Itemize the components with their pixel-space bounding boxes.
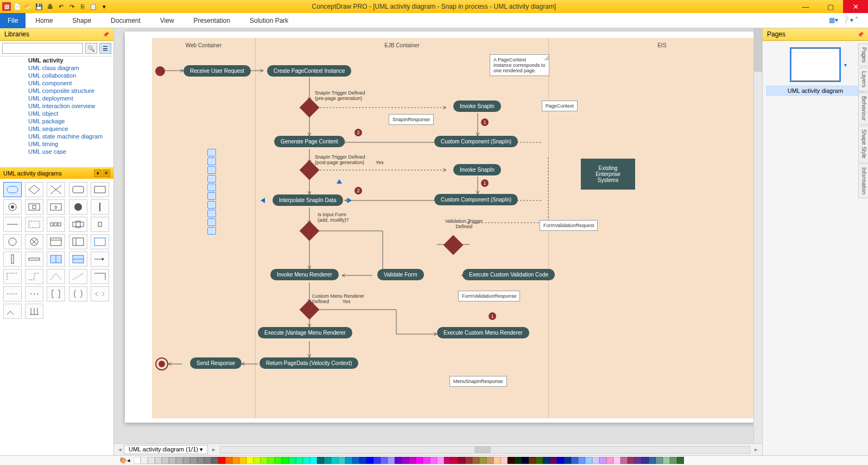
color-swatch[interactable] bbox=[289, 457, 296, 464]
color-swatch[interactable] bbox=[486, 457, 493, 464]
note[interactable]: MenuSnapInResponse bbox=[449, 376, 507, 387]
diagram-page[interactable]: Web Container EJB Container EIS bbox=[125, 32, 762, 423]
color-swatch[interactable] bbox=[472, 457, 479, 464]
activity-node[interactable]: Invoke Menu Renderer bbox=[270, 269, 339, 280]
initial-node[interactable] bbox=[155, 66, 165, 76]
note[interactable]: PageContext bbox=[542, 100, 578, 111]
library-tree[interactable]: UML activity UML class diagram UML colla… bbox=[0, 56, 113, 168]
shape-dots[interactable] bbox=[25, 286, 43, 301]
eis-box[interactable]: Existing Enterprise Systems bbox=[581, 159, 635, 190]
activity-node[interactable]: Invoke SnapIn bbox=[453, 164, 501, 175]
shape-node[interactable] bbox=[91, 217, 109, 232]
lib-menu-icon[interactable]: ▾ bbox=[94, 169, 102, 177]
color-swatch[interactable] bbox=[162, 457, 169, 464]
open-icon[interactable]: 📂 bbox=[24, 2, 33, 11]
sel-handle[interactable] bbox=[207, 184, 216, 191]
filter-button[interactable]: ☰ bbox=[99, 43, 111, 54]
shape-region[interactable] bbox=[25, 217, 43, 232]
color-swatch[interactable] bbox=[338, 457, 345, 464]
final-node[interactable] bbox=[155, 357, 168, 370]
activity-node[interactable]: Receive User Request bbox=[183, 65, 251, 77]
color-swatch[interactable] bbox=[148, 457, 155, 464]
color-swatch[interactable] bbox=[529, 457, 536, 464]
shape-decision[interactable] bbox=[25, 182, 43, 197]
activity-node[interactable]: Custom Component (SnapIn) bbox=[434, 194, 518, 205]
color-swatch[interactable] bbox=[239, 457, 246, 464]
ribbon-tab-presentation[interactable]: Presentation bbox=[184, 14, 240, 27]
color-swatch[interactable] bbox=[366, 457, 373, 464]
ribbon-tab-solution[interactable]: Solution Park bbox=[240, 14, 298, 27]
activity-node[interactable]: Create PageContext Instance bbox=[267, 65, 351, 77]
window-icon[interactable]: ▦▾ bbox=[829, 16, 838, 25]
shape-end[interactable] bbox=[25, 234, 43, 249]
side-tab-shape-style[interactable]: Shape Style bbox=[858, 125, 868, 162]
color-swatch[interactable] bbox=[479, 457, 486, 464]
sel-handle[interactable] bbox=[207, 227, 216, 235]
shape-bracket-c[interactable] bbox=[69, 286, 87, 301]
side-tab-information[interactable]: Information bbox=[858, 164, 868, 198]
color-picker-icon[interactable]: 🎨◂ bbox=[119, 457, 130, 464]
tree-item[interactable]: UML object bbox=[0, 110, 113, 117]
color-swatch[interactable] bbox=[656, 457, 663, 464]
horizontal-scrollbar[interactable] bbox=[220, 446, 750, 454]
color-swatch[interactable] bbox=[261, 457, 268, 464]
shape-arrow[interactable] bbox=[91, 252, 109, 267]
activity-node[interactable]: Custom Component (SnapIn) bbox=[434, 136, 518, 147]
shape-connector-1[interactable] bbox=[3, 269, 22, 284]
tree-item[interactable]: UML collaboration bbox=[0, 72, 113, 79]
color-swatch[interactable] bbox=[451, 457, 458, 464]
vertical-scrollbar[interactable] bbox=[753, 28, 762, 443]
shape-connector-4[interactable] bbox=[69, 269, 87, 284]
color-swatch[interactable] bbox=[620, 457, 628, 464]
copy-icon[interactable]: ⎘ bbox=[78, 2, 87, 11]
ribbon-tab-document[interactable]: Document bbox=[101, 14, 150, 27]
color-swatch[interactable] bbox=[606, 457, 613, 464]
help-icon[interactable]: ❔▾ bbox=[842, 16, 851, 25]
activity-node[interactable]: Return PageData (Velocity Context) bbox=[259, 357, 358, 369]
color-swatch[interactable] bbox=[232, 457, 239, 464]
color-swatch[interactable] bbox=[536, 457, 543, 464]
shape-swim-h[interactable] bbox=[69, 252, 87, 267]
sel-handle[interactable] bbox=[207, 149, 216, 156]
shape-final[interactable] bbox=[69, 199, 87, 215]
color-swatch[interactable] bbox=[381, 457, 388, 464]
shape-bar-v[interactable] bbox=[3, 252, 22, 267]
shape-connector-5[interactable] bbox=[91, 269, 109, 284]
color-swatch[interactable] bbox=[373, 457, 381, 464]
color-swatch[interactable] bbox=[324, 457, 331, 464]
shape-signal[interactable] bbox=[3, 304, 22, 319]
print-icon[interactable]: 🖶 bbox=[46, 2, 54, 11]
shape-receive[interactable] bbox=[25, 304, 43, 319]
color-swatch[interactable] bbox=[176, 457, 183, 464]
color-swatch[interactable] bbox=[677, 457, 684, 464]
color-swatch[interactable] bbox=[493, 457, 500, 464]
shape-datastore[interactable]: D bbox=[47, 199, 65, 215]
color-swatch[interactable] bbox=[402, 457, 409, 464]
tree-item[interactable]: UML class diagram bbox=[0, 64, 113, 72]
color-swatch[interactable] bbox=[430, 457, 437, 464]
color-swatch[interactable] bbox=[275, 457, 282, 464]
color-swatch[interactable] bbox=[444, 457, 451, 464]
search-button[interactable]: 🔍 bbox=[85, 43, 97, 54]
shape-object[interactable] bbox=[91, 182, 109, 197]
color-swatch[interactable] bbox=[416, 457, 423, 464]
shape-hline[interactable] bbox=[3, 286, 22, 301]
color-swatch[interactable] bbox=[331, 457, 338, 464]
selection-arrow-left-icon[interactable] bbox=[261, 198, 265, 203]
comment-note[interactable]: A PageContext instance corresponds to on… bbox=[490, 54, 549, 76]
activity-node[interactable]: Execute jVantage Menu Renderer bbox=[258, 327, 352, 338]
pin-icon[interactable]: 📌 bbox=[103, 32, 109, 37]
tree-item[interactable]: UML composite structure bbox=[0, 87, 113, 95]
side-tab-pages[interactable]: Pages bbox=[858, 43, 868, 66]
shape-merge[interactable] bbox=[47, 182, 65, 197]
note[interactable]: FormValidationRequest bbox=[540, 220, 598, 231]
sel-handle[interactable] bbox=[207, 218, 216, 226]
shape-swim-v[interactable] bbox=[47, 252, 65, 267]
color-swatch[interactable] bbox=[395, 457, 402, 464]
color-swatch[interactable] bbox=[564, 457, 571, 464]
activity-node[interactable]: Send Response bbox=[190, 357, 242, 369]
color-swatch[interactable] bbox=[141, 457, 148, 464]
color-swatch[interactable] bbox=[317, 457, 324, 464]
color-swatch[interactable] bbox=[345, 457, 352, 464]
tree-item[interactable]: UML interaction overview bbox=[0, 102, 113, 110]
